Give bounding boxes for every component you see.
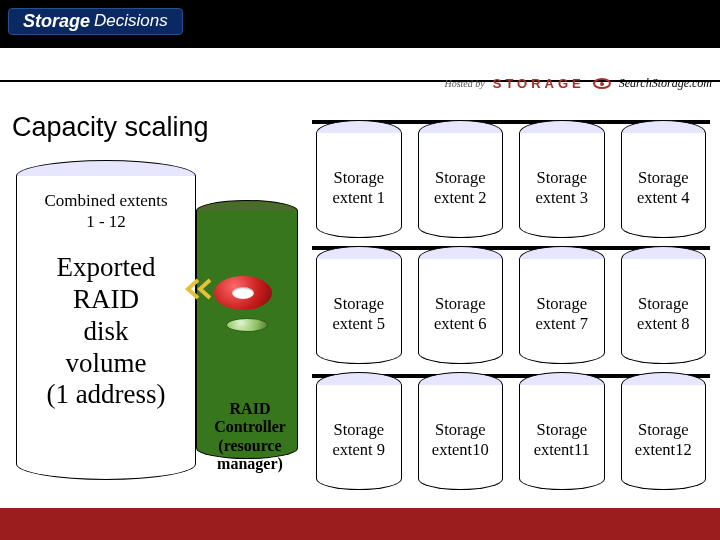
extent-label-line2: extent 5	[312, 314, 406, 334]
rule-thick	[0, 42, 720, 48]
exported-volume-label: Exported RAID disk volume (1 address)	[16, 252, 196, 411]
logo-secondary: Decisions	[94, 11, 168, 31]
controller-line1: RAID	[230, 400, 271, 417]
controller-line2: Controller	[214, 418, 286, 435]
extent-label-line2: extent 4	[617, 188, 711, 208]
controller-line4: manager)	[217, 455, 283, 472]
header: Storage Decisions Hosted by STORAGE Sear…	[0, 0, 720, 100]
combined-line2: 1 - 12	[86, 212, 126, 231]
extent-label-line2: extent12	[617, 440, 711, 460]
storage-extent: Storageextent12	[617, 372, 711, 490]
exported-line1: Exported	[57, 252, 156, 282]
raid-controller-label: RAID Controller (resource manager)	[200, 400, 300, 474]
exported-line4: volume	[66, 348, 147, 378]
extent-label-line1: Storage	[334, 168, 384, 187]
combined-extents-cylinder: Combined extents 1 - 12 Exported RAID di…	[16, 160, 196, 480]
controller-line3: (resource	[218, 437, 281, 454]
hosted-by-label: Hosted by	[444, 78, 484, 89]
extent-label-line1: Storage	[435, 168, 485, 187]
storage-extent: Storageextent10	[414, 372, 508, 490]
extent-label-line2: extent 7	[515, 314, 609, 334]
lens-icon	[226, 318, 268, 332]
page-title: Capacity scaling	[12, 112, 209, 143]
extent-label-line1: Storage	[638, 420, 688, 439]
extent-label-line1: Storage	[435, 420, 485, 439]
extent-label-line1: Storage	[537, 420, 587, 439]
storage-extent: Storageextent11	[515, 372, 609, 490]
exported-line2: RAID	[73, 284, 139, 314]
exported-line3: disk	[83, 316, 128, 346]
combined-line1: Combined extents	[44, 191, 167, 210]
eye-icon	[593, 78, 611, 89]
search-storage-label: SearchStorage.com	[619, 76, 712, 91]
storage-extent: Storageextent 8	[617, 246, 711, 364]
extent-label-line2: extent 2	[414, 188, 508, 208]
extent-label-line1: Storage	[334, 420, 384, 439]
storage-extent: Storageextent 2	[414, 120, 508, 238]
extent-label-line2: extent 8	[617, 314, 711, 334]
double-chevron-left-icon	[184, 278, 214, 300]
extent-label-line2: extent 6	[414, 314, 508, 334]
logo-badge: Storage Decisions	[8, 8, 183, 35]
extent-label-line2: extent 1	[312, 188, 406, 208]
storage-extent: Storageextent 1	[312, 120, 406, 238]
extent-label-line1: Storage	[537, 168, 587, 187]
vendor-name: STORAGE	[493, 76, 585, 91]
extent-label-line1: Storage	[334, 294, 384, 313]
extent-label-line2: extent10	[414, 440, 508, 460]
logo-primary: Storage	[23, 11, 90, 32]
extent-label-line2: extent11	[515, 440, 609, 460]
storage-extent: Storageextent 3	[515, 120, 609, 238]
storage-extent: Storageextent 9	[312, 372, 406, 490]
exported-line5: (1 address)	[46, 379, 165, 409]
extent-label-line2: extent 9	[312, 440, 406, 460]
storage-extent: Storageextent 7	[515, 246, 609, 364]
footer-band	[0, 508, 720, 540]
extent-label-line1: Storage	[537, 294, 587, 313]
extent-label-line1: Storage	[638, 294, 688, 313]
storage-extent: Storageextent 5	[312, 246, 406, 364]
hosted-by: Hosted by STORAGE SearchStorage.com	[444, 76, 712, 91]
storage-extent: Storageextent 6	[414, 246, 508, 364]
storage-extent: Storageextent 4	[617, 120, 711, 238]
extent-label-line2: extent 3	[515, 188, 609, 208]
topbar: Storage Decisions	[0, 0, 720, 42]
combined-extents-label: Combined extents 1 - 12	[16, 190, 196, 233]
torus-icon	[214, 276, 272, 310]
extent-label-line1: Storage	[435, 294, 485, 313]
extent-grid: Storageextent 1 Storageextent 2 Storagee…	[312, 120, 710, 490]
extent-label-line1: Storage	[638, 168, 688, 187]
